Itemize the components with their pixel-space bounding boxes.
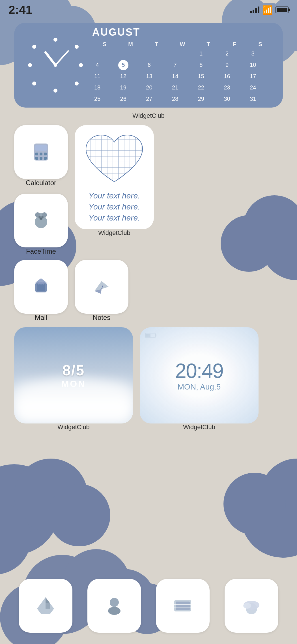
dock-row (14, 579, 283, 633)
app-heart-row: Calculator Fac (14, 125, 283, 255)
dock-icon-0[interactable] (19, 579, 72, 633)
notes-label: Notes (93, 314, 111, 322)
clock2-widget-label: WidgetClub (183, 423, 215, 431)
weather-date: 8/5 (63, 362, 85, 379)
svg-point-26 (75, 45, 79, 49)
mail-label: Mail (35, 314, 47, 322)
svg-rect-37 (35, 145, 47, 151)
app-item-notes: Notes (75, 260, 128, 322)
svg-point-27 (79, 63, 83, 67)
calendar-month: AUGUST (92, 26, 273, 38)
weather-widget-label: WidgetClub (57, 423, 90, 431)
mail-notes-row: Mail Notes (14, 260, 283, 322)
calculator-icon[interactable] (14, 125, 68, 179)
svg-rect-38 (35, 153, 38, 155)
dock-item-0[interactable] (14, 579, 77, 633)
clock2-time: 20:49 (175, 359, 223, 382)
svg-line-34 (55, 51, 68, 65)
svg-point-32 (32, 45, 36, 49)
svg-rect-40 (44, 153, 47, 155)
dock-item-1[interactable] (83, 579, 146, 633)
dock-icon-1[interactable] (87, 579, 141, 633)
svg-point-74 (40, 282, 42, 284)
calendar-widget: AUGUST S M T W T F S 1 2 3 4 5 (92, 26, 273, 104)
facetime-label: FaceTime (26, 247, 56, 255)
weather-clock-row: 8/5 MON WidgetClub 20:49 MON, Aug.5 Widg… (14, 327, 283, 437)
mail-notes-column: Mail Notes (14, 260, 283, 322)
svg-marker-80 (46, 597, 50, 603)
svg-point-82 (110, 598, 119, 607)
svg-point-90 (243, 603, 251, 609)
facetime-icon[interactable] (14, 194, 68, 247)
svg-point-73 (38, 282, 40, 284)
heart-widget-label: WidgetClub (98, 229, 130, 237)
calculator-label: Calculator (26, 179, 56, 187)
app-column-left: Calculator Fac (14, 125, 68, 255)
svg-point-30 (32, 82, 36, 85)
svg-point-28 (75, 82, 79, 85)
status-time: 2:41 (8, 3, 32, 17)
svg-point-31 (28, 63, 32, 67)
signal-icon (250, 7, 259, 13)
svg-line-33 (46, 52, 55, 65)
svg-point-29 (53, 89, 57, 93)
weather-widget[interactable]: 8/5 MON (14, 327, 133, 423)
status-bar: 2:41 📶 (0, 0, 297, 17)
svg-marker-81 (46, 603, 50, 609)
widget1-label: WidgetClub (14, 112, 283, 119)
app-item-facetime: FaceTime (14, 194, 68, 255)
notes-icon[interactable] (75, 260, 128, 314)
svg-point-75 (42, 282, 44, 284)
svg-rect-85 (176, 602, 190, 610)
svg-point-83 (108, 607, 120, 615)
svg-marker-71 (35, 278, 47, 283)
mail-icon[interactable] (14, 260, 68, 314)
svg-rect-43 (44, 157, 47, 160)
dock-icon-3[interactable] (225, 579, 278, 633)
clock-calendar-widget[interactable]: AUGUST S M T W T F S 1 2 3 4 5 (14, 23, 283, 108)
dock-area (14, 579, 283, 633)
svg-point-25 (53, 38, 57, 42)
status-icons: 📶 (250, 5, 289, 15)
analog-clock (24, 34, 87, 96)
wifi-icon: 📶 (262, 5, 273, 15)
weather-day: MON (61, 379, 86, 389)
clock2-date: MON, Aug.5 (178, 382, 221, 391)
heart-widget[interactable]: Your text here.Your text here.Your text … (75, 125, 154, 229)
svg-marker-76 (94, 281, 109, 291)
calendar-grid: S M T W T F S 1 2 3 4 5 6 7 8 (92, 41, 273, 104)
dock-item-2[interactable] (151, 579, 214, 633)
svg-rect-42 (40, 157, 42, 160)
svg-rect-72 (37, 284, 45, 291)
svg-rect-39 (40, 153, 42, 155)
svg-rect-41 (35, 157, 38, 160)
app-item-calculator: Calculator (14, 125, 68, 187)
svg-point-35 (54, 63, 57, 67)
heart-widget-text: Your text here.Your text here.Your text … (89, 190, 140, 224)
dock-icon-2[interactable] (156, 579, 210, 633)
clock2-widget-container: 20:49 MON, Aug.5 WidgetClub (140, 327, 259, 437)
battery-icon (276, 7, 289, 13)
svg-point-51 (40, 218, 42, 220)
dock-item-3[interactable] (220, 579, 283, 633)
weather-widget-container: 8/5 MON WidgetClub (14, 327, 133, 437)
app-item-mail: Mail (14, 260, 68, 322)
clock2-widget[interactable]: 20:49 MON, Aug.5 (140, 327, 259, 423)
heart-widget-container: Your text here.Your text here.Your text … (75, 125, 154, 242)
